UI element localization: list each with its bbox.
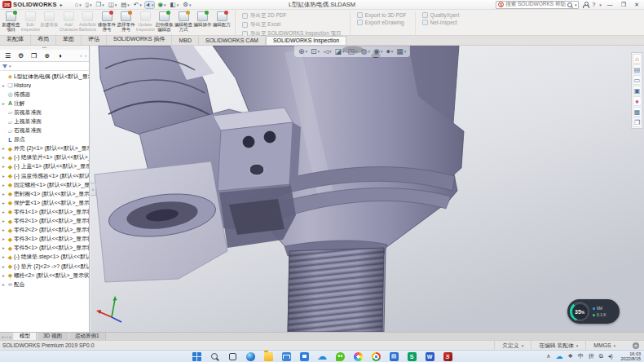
tray-icon[interactable]: ❖: [567, 353, 572, 360]
ribbon-button[interactable]: 启动模板编辑器: [155, 11, 174, 34]
graphics-viewport[interactable]: ⊕▾ ⊡▾ ◅▾ ◪▾ ◳▾ ◍▾ ◉▾ ●▾ ▦▾: [90, 46, 644, 332]
ribbon-button[interactable]: Edit Inspection Project: [21, 11, 40, 34]
quick-access-button[interactable]: ◉▾: [157, 2, 166, 8]
dropdown-caret-icon[interactable]: ▾: [177, 2, 179, 8]
tree-item[interactable]: ▸ ❑ History: [0, 81, 89, 90]
expand-arrow-icon[interactable]: ▸: [1, 174, 7, 179]
task-pane-tab[interactable]: ▦: [633, 107, 642, 117]
dropdown-caret-icon[interactable]: ▾: [522, 343, 524, 348]
dropdown-caret-icon[interactable]: ▾: [576, 343, 579, 348]
tree-item[interactable]: ▸ ◆ (-) 垫片 (2)<2> ->? (默认<<默认>: [0, 262, 89, 271]
task-pane-tab[interactable]: ⌂: [633, 54, 642, 64]
tree-item[interactable]: ▱ 右视基准面: [0, 126, 89, 135]
ribbon-button[interactable]: 编辑检查方式: [174, 11, 193, 34]
ribbon-tab[interactable]: MBD: [172, 37, 199, 45]
headsup-button[interactable]: ◅▾: [323, 47, 331, 55]
dropdown-caret-icon[interactable]: ▾: [102, 2, 104, 8]
quick-access-button[interactable]: ◫▾: [108, 2, 118, 8]
tree-item[interactable]: ▸ ◆ (-) 绝缘垫片<1> (默认<<默认>_显: [0, 153, 89, 162]
expand-arrow-icon[interactable]: ▸: [1, 183, 7, 188]
task-pane-tab[interactable]: ●: [633, 96, 642, 106]
export-menu-item[interactable]: Net-Inspect: [422, 20, 460, 25]
dropdown-caret-icon[interactable]: ▾: [139, 2, 142, 8]
dropdown-caret-icon[interactable]: ▾: [164, 2, 166, 8]
document-tab[interactable]: 运动算例1: [68, 333, 106, 340]
search-caret-icon[interactable]: ▾: [575, 2, 577, 7]
tree-item[interactable]: ▸ ◆ 密封圈<1> (默认<<默认>_显示状: [0, 189, 89, 198]
taskbar-app-button[interactable]: [280, 351, 292, 362]
tree-item[interactable]: ▸ ◆ (-) 绝缘垫.step<1> (默认<<默认>: [0, 253, 89, 262]
tree-filter[interactable]: ▾: [0, 62, 89, 71]
taskbar-app-button[interactable]: [370, 351, 382, 362]
expand-arrow-icon[interactable]: ▸: [1, 155, 7, 160]
manager-tab[interactable]: ☰: [2, 51, 14, 61]
ribbon-tab[interactable]: 草图: [56, 34, 82, 45]
ribbon-button[interactable]: Add/Edit Balloons: [78, 11, 97, 34]
expand-arrow-icon[interactable]: ▸: [1, 192, 7, 196]
tree-item[interactable]: ▸ ◆ 螺栓<2> (默认<<默认>_显示状态: [0, 271, 89, 280]
dropdown-caret-icon[interactable]: ▾: [329, 47, 332, 55]
status-item[interactable]: 在编辑 装配体▾: [531, 341, 585, 350]
status-options-icon[interactable]: ⚙: [633, 342, 639, 349]
taskbar-app-button[interactable]: [245, 351, 256, 362]
expand-arrow-icon[interactable]: ▸: [1, 164, 7, 169]
tray-icon[interactable]: ∧: [546, 353, 550, 360]
close-button[interactable]: ✕: [632, 2, 642, 8]
tree-item[interactable]: ◎ 传感器: [0, 90, 89, 99]
manager-tab[interactable]: ❒: [28, 51, 40, 61]
document-tab[interactable]: 模型: [13, 333, 37, 340]
expand-arrow-icon[interactable]: ▸: [1, 146, 7, 151]
minimize-button[interactable]: —: [605, 2, 615, 7]
dropdown-caret-icon[interactable]: ▾: [381, 47, 383, 55]
tray-icon[interactable]: ☁: [555, 353, 562, 360]
taskbar-app-button[interactable]: [298, 351, 310, 362]
status-item[interactable]: MMGS▾: [585, 341, 623, 350]
expand-arrow-icon[interactable]: ▸: [1, 227, 7, 232]
manager-tab[interactable]: ⚙: [15, 51, 27, 61]
taskbar-app-button[interactable]: [352, 351, 364, 362]
solidworks-logo[interactable]: 3S SOLIDWORKS ▸: [0, 1, 63, 8]
tab-strip-arrows[interactable]: ‹ ›: [80, 53, 87, 58]
expand-arrow-icon[interactable]: ▸: [1, 236, 7, 241]
taskbar-app-button[interactable]: S: [442, 351, 453, 362]
quick-access-button[interactable]: ◧▾: [170, 2, 180, 8]
ribbon-tab[interactable]: 布局: [31, 34, 56, 45]
dropdown-caret-icon[interactable]: ▾: [306, 47, 308, 55]
dropdown-caret-icon[interactable]: ▾: [115, 2, 117, 8]
headsup-button[interactable]: ⊕▾: [298, 47, 307, 55]
taskbar-app-button[interactable]: ▤: [388, 351, 399, 362]
dropdown-caret-icon[interactable]: ▾: [391, 47, 394, 55]
ribbon-tab[interactable]: SOLIDWORKS CAM: [199, 37, 266, 45]
headsup-button[interactable]: ◪▾: [335, 47, 345, 55]
tree-item[interactable]: ◈ L型缸体热电偶 (默认<默认_显示状态-1>: [0, 72, 89, 81]
task-pane-tab[interactable]: ❐: [633, 117, 642, 127]
help-button[interactable]: ?: [592, 2, 595, 7]
task-pane-tab[interactable]: ▤: [633, 64, 642, 74]
tray-icon[interactable]: ◂): [608, 353, 613, 360]
taskbar-app-button[interactable]: ☁: [316, 351, 328, 362]
expand-arrow-icon[interactable]: ▸: [1, 101, 7, 106]
tree-item[interactable]: ▸ ◆ 零件3<1> (默认<<默认>_显示状态: [0, 235, 89, 244]
quick-access-button[interactable]: ▯▾: [85, 2, 93, 8]
expand-arrow-icon[interactable]: ▸: [1, 282, 7, 287]
tree-item[interactable]: ▸ ◆ 零件2<1> (默认<<默认>_显示状态: [0, 217, 89, 226]
restore-button[interactable]: ❐: [619, 2, 629, 8]
dropdown-caret-icon[interactable]: ▾: [127, 2, 130, 8]
dropdown-caret-icon[interactable]: ▾: [90, 2, 92, 8]
tree-item[interactable]: L 原点: [0, 135, 89, 144]
user-account-icon[interactable]: [582, 2, 589, 8]
ribbon-tab[interactable]: SOLIDWORKS Inspection: [266, 36, 346, 45]
tree-item[interactable]: ▸ A 注解: [0, 99, 89, 108]
panel-collapse-arrow[interactable]: ‹: [90, 183, 96, 196]
export-menu-item[interactable]: 导出至 2D PDF: [242, 12, 342, 20]
export-menu-item[interactable]: QualityXpert: [422, 12, 460, 18]
ribbon-button[interactable]: 新建检查项目 (imp:何): [2, 11, 20, 34]
tree-item[interactable]: ▸ ◆ 保护套<1> (默认<<默认>_显示状: [0, 198, 89, 207]
taskbar-clock[interactable]: 16:03 2022/8/15: [618, 351, 641, 361]
tree-item[interactable]: ▸ ◆ (-) 温度传感器<1> (默认<<默认>_: [0, 171, 89, 180]
ribbon-button[interactable]: 新建模板: [40, 11, 59, 34]
tab-scroll-arrows[interactable]: «‹›»: [0, 333, 13, 340]
tree-item[interactable]: ▸ ∞ 配合: [0, 280, 89, 289]
dropdown-caret-icon[interactable]: ▾: [318, 47, 320, 55]
ribbon-tab[interactable]: SOLIDWORKS 插件: [107, 34, 172, 45]
